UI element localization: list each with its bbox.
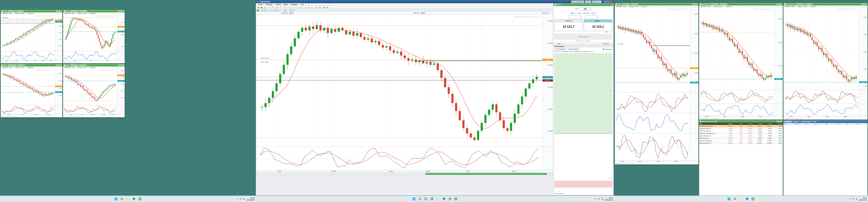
- taskbar-icon-edge[interactable]: [744, 197, 749, 201]
- fibonacci-icon[interactable]: ƒ: [293, 6, 296, 9]
- time-axis[interactable]: 07:5008:1008:3008:50: [615, 160, 699, 162]
- delete-icon[interactable]: ✕: [310, 6, 313, 9]
- volume-icon[interactable]: [856, 198, 858, 200]
- minimize-icon[interactable]: ▁: [692, 3, 693, 5]
- orders-tab-0[interactable]: En attente: [784, 121, 792, 123]
- vertical-line-icon[interactable]: │: [290, 6, 293, 9]
- watchlist-titlebar[interactable]: Liste des valeurs▾▁▢✕: [699, 120, 783, 123]
- taskbar-icon-explorer[interactable]: [435, 197, 440, 201]
- minimize-icon[interactable]: ▁: [56, 64, 58, 66]
- chart-window-titlebar[interactable]: DAX30 minutes ▾75 unités ▾▁▢✕: [1, 64, 62, 67]
- taskbar-icon-search[interactable]: [119, 197, 124, 201]
- trades-filter-dropdown[interactable]: Tous les trades▾: [567, 48, 580, 51]
- price-axis[interactable]: 11 65011 60011 55011 50011 45011 461,2: [859, 7, 867, 90]
- price-plot[interactable]: Allemagne 40 Cash | 10Haut (1. Réf)Clô (…: [256, 15, 542, 147]
- resolution-dropdown[interactable]: 100 ticks▾: [260, 9, 269, 12]
- price-plot[interactable]: Wall Street Cash | 2: [699, 7, 774, 90]
- price-plot[interactable]: Allemagne 40 Cash | 2Clô (1. Réf): [615, 7, 690, 93]
- indicator-pane[interactable]: [63, 51, 125, 60]
- order-panel-header[interactable]: DAX ▾ ✕: [553, 3, 613, 6]
- menu-réglages[interactable]: Réglages: [289, 4, 299, 5]
- taskbar-icon-edge[interactable]: [131, 197, 136, 201]
- price-axis[interactable]: 15 20015 10015 00015 162,515 123,1: [117, 15, 125, 51]
- units-dropdown[interactable]: 75 unités ▾: [631, 3, 639, 5]
- alerts-icon[interactable]: ⚑: [289, 9, 291, 11]
- price-plot[interactable]: Allemagne 40 Cash | 10: [63, 15, 117, 51]
- taskbar-clock[interactable]: 09:1816/01/2023: [605, 197, 613, 201]
- minimize-icon[interactable]: ▁: [118, 10, 120, 12]
- units-dropdown[interactable]: 75 unités ▾: [80, 10, 88, 12]
- indicators-icon[interactable]: ≈: [287, 9, 288, 11]
- timeframe-dropdown[interactable]: 2 minutes ▾: [711, 3, 719, 5]
- sell-arrow-icon[interactable]: ▼: [307, 6, 310, 9]
- timeframe-dropdown[interactable]: 2 minutes ▾: [622, 3, 630, 5]
- close-button[interactable]: ✕: [610, 1, 613, 3]
- redo-icon[interactable]: ↷: [271, 6, 274, 9]
- taskbar-icon-edge[interactable]: [441, 197, 446, 201]
- close-icon[interactable]: ✕: [780, 121, 782, 122]
- close-icon[interactable]: ✕: [696, 3, 698, 5]
- maximize-icon[interactable]: ▢: [58, 64, 60, 66]
- units-dropdown[interactable]: 75 unités ▾: [805, 3, 813, 5]
- checkbox-pts[interactable]: pts: [591, 12, 595, 14]
- price-axis[interactable]: 15 20015 00014 80014 60014 40015 162,515…: [55, 15, 62, 51]
- chevron-up-icon[interactable]: [849, 198, 851, 200]
- time-axis[interactable]: 07:5008:1008:3008:50: [699, 116, 783, 118]
- taskbar-clock[interactable]: 09:1816/01/2023: [859, 197, 867, 201]
- time-axis[interactable]: 12/0113/0116/01: [63, 60, 125, 61]
- radio-pts[interactable]: pts: [577, 12, 581, 14]
- indicator-pane[interactable]: [615, 133, 699, 160]
- menu-objets[interactable]: Objets: [282, 4, 289, 5]
- chart-window-titlebar[interactable]: DAX10 minutes ▾75 unités ▾▁▢✕: [63, 10, 125, 12]
- pattern-icon[interactable]: ▒: [300, 6, 303, 9]
- minimize-icon[interactable]: ▁: [118, 64, 120, 66]
- buy-arrow-icon[interactable]: ▲: [304, 6, 307, 9]
- price-axis[interactable]: 15 30015 25015 20015 15015 162,515 122,5: [690, 7, 699, 93]
- chevron-up-icon[interactable]: [595, 198, 597, 200]
- trendline-icon[interactable]: ╱: [284, 6, 287, 9]
- timeframe-dropdown[interactable]: 10 minutes ▾: [70, 10, 79, 12]
- time-axis[interactable]: 07:0007:3008:0008:3009:00: [63, 114, 125, 116]
- taskbar-icon-prorealtime[interactable]: [137, 197, 142, 201]
- chart-style-icon[interactable]: ▥: [284, 9, 286, 11]
- text-icon[interactable]: T: [296, 6, 299, 9]
- timeframe-dropdown[interactable]: 30 minutes ▾: [8, 64, 17, 66]
- performance-plot[interactable]: 0,50-0,5: [554, 53, 612, 192]
- chart-window-titlebar[interactable]: DAX5 minutes ▾75 unités ▾▁▢✕: [63, 64, 125, 67]
- timeframe-dropdown[interactable]: 5 minutes ▾: [70, 64, 78, 66]
- time-axis[interactable]: 09/0111/0113/0116/01: [1, 114, 62, 116]
- zoom-in-icon[interactable]: ⊕: [315, 6, 318, 9]
- maximize-icon[interactable]: ▢: [778, 121, 780, 122]
- menu-trading[interactable]: Trading: [274, 4, 282, 5]
- price-plot[interactable]: Allemagne 40 Cash | 30: [1, 69, 55, 105]
- wifi-icon[interactable]: [240, 198, 242, 200]
- menu-affichage[interactable]: Affichage: [264, 4, 274, 5]
- price-axis[interactable]: 15 25015 20015 15015 10015 05015 00015 1…: [542, 15, 553, 147]
- orders-tab-1[interactable]: Exécutés: [793, 121, 800, 123]
- taskbar-icon-chrome[interactable]: [447, 197, 452, 201]
- chart-window-titlebar[interactable]: DAX3 heures ▾75 unités ▾▁▢✕: [1, 10, 62, 12]
- watchlist-row[interactable]: France 40 Cash (10)7 023,2-2,9-0,04 %7 0…: [699, 127, 783, 130]
- taskbar-icon-explorer[interactable]: [739, 197, 743, 201]
- orders-tab-2[interactable]: Annulés / Rejetés: [800, 121, 812, 123]
- timeframe-dropdown[interactable]: 3 heures ▾: [8, 10, 15, 12]
- taskbar-icon-prorealtime[interactable]: [453, 197, 458, 201]
- performance-header[interactable]: Performance: [553, 45, 613, 48]
- push-button[interactable]: Push▾: [585, 1, 591, 3]
- units-dropdown[interactable]: 75 unités ▾: [719, 3, 727, 5]
- settings-icon[interactable]: ⚙: [292, 9, 294, 11]
- quantity-input[interactable]: 0.5 ▲▼: [579, 7, 591, 10]
- crosshair-icon[interactable]: +: [279, 6, 282, 9]
- qty-spinner[interactable]: ▲▼: [590, 7, 591, 10]
- watchlist-row[interactable]: Hong Kong HS50 Cash (10)21 674+212+0,97 …: [699, 132, 783, 135]
- menu-search-input[interactable]: [308, 3, 332, 5]
- taskbar-icon-start[interactable]: [411, 197, 416, 201]
- taskbar-icon-taskview[interactable]: [423, 197, 428, 201]
- price-plot[interactable]: Allemagne 40 Cash | 3 hHaut du Pér.: [1, 15, 55, 51]
- wifi-icon[interactable]: [852, 198, 855, 200]
- indicator-pane[interactable]: [615, 93, 699, 113]
- horizontal-line-icon[interactable]: ─: [287, 6, 290, 9]
- buy-button[interactable]: Acheter ... 15 123,1: [584, 20, 612, 31]
- chart-window-titlebar[interactable]: Wall Street2 minutes ▾75 unités ▾▁▢✕: [699, 3, 783, 5]
- minimize-icon[interactable]: ▁: [861, 3, 863, 5]
